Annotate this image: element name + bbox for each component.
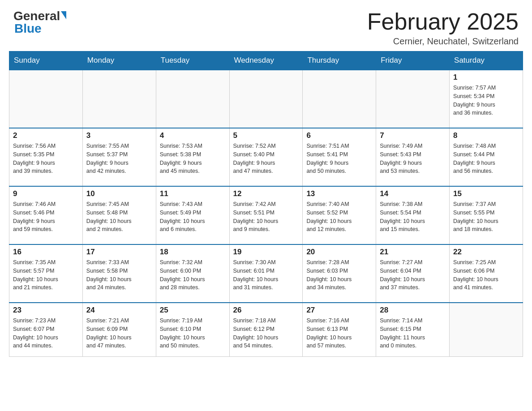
day-info: Sunrise: 7:52 AM Sunset: 5:40 PM Dayligh… <box>233 142 299 176</box>
calendar-cell: 28Sunrise: 7:14 AM Sunset: 6:15 PM Dayli… <box>376 303 450 356</box>
day-info: Sunrise: 7:46 AM Sunset: 5:46 PM Dayligh… <box>13 200 79 234</box>
calendar-cell: 10Sunrise: 7:45 AM Sunset: 5:48 PM Dayli… <box>82 186 156 244</box>
calendar-cell <box>156 70 229 128</box>
calendar-cell: 26Sunrise: 7:18 AM Sunset: 6:12 PM Dayli… <box>229 303 303 356</box>
day-info: Sunrise: 7:21 AM Sunset: 6:09 PM Dayligh… <box>86 317 152 350</box>
day-number: 26 <box>233 306 299 315</box>
day-info: Sunrise: 7:30 AM Sunset: 6:01 PM Dayligh… <box>233 258 299 292</box>
logo: General Blue <box>13 9 66 36</box>
day-number: 17 <box>86 248 152 257</box>
day-info: Sunrise: 7:42 AM Sunset: 5:51 PM Dayligh… <box>233 200 299 234</box>
calendar-cell: 12Sunrise: 7:42 AM Sunset: 5:51 PM Dayli… <box>229 186 303 244</box>
day-number: 15 <box>453 189 519 198</box>
calendar-cell <box>82 70 156 128</box>
calendar-cell: 21Sunrise: 7:27 AM Sunset: 6:04 PM Dayli… <box>376 244 450 303</box>
day-info: Sunrise: 7:56 AM Sunset: 5:35 PM Dayligh… <box>13 142 79 176</box>
day-number: 11 <box>160 189 226 198</box>
day-info: Sunrise: 7:19 AM Sunset: 6:10 PM Dayligh… <box>160 317 226 350</box>
calendar-cell <box>450 303 523 356</box>
calendar-cell <box>9 70 83 128</box>
column-header-tuesday: Tuesday <box>156 51 229 70</box>
day-number: 5 <box>233 131 299 140</box>
day-number: 4 <box>160 131 226 140</box>
calendar-cell: 19Sunrise: 7:30 AM Sunset: 6:01 PM Dayli… <box>229 244 303 303</box>
day-number: 24 <box>86 306 152 315</box>
calendar-cell: 18Sunrise: 7:32 AM Sunset: 6:00 PM Dayli… <box>156 244 229 303</box>
day-number: 13 <box>306 189 372 198</box>
calendar-cell: 4Sunrise: 7:53 AM Sunset: 5:38 PM Daylig… <box>156 128 229 186</box>
calendar-body: 1Sunrise: 7:57 AM Sunset: 5:34 PM Daylig… <box>9 70 523 356</box>
calendar-cell <box>376 70 450 128</box>
day-number: 6 <box>306 131 372 140</box>
calendar-cell: 3Sunrise: 7:55 AM Sunset: 5:37 PM Daylig… <box>82 128 156 186</box>
day-number: 10 <box>86 189 152 198</box>
day-number: 3 <box>86 131 152 140</box>
month-title: February 2025 <box>367 9 519 34</box>
header-row: SundayMondayTuesdayWednesdayThursdayFrid… <box>9 51 523 70</box>
day-number: 16 <box>13 248 79 257</box>
calendar-cell: 8Sunrise: 7:48 AM Sunset: 5:44 PM Daylig… <box>450 128 523 186</box>
day-number: 12 <box>233 189 299 198</box>
day-info: Sunrise: 7:51 AM Sunset: 5:41 PM Dayligh… <box>306 142 372 176</box>
week-row-3: 9Sunrise: 7:46 AM Sunset: 5:46 PM Daylig… <box>9 186 523 244</box>
day-info: Sunrise: 7:53 AM Sunset: 5:38 PM Dayligh… <box>160 142 226 176</box>
week-row-1: 1Sunrise: 7:57 AM Sunset: 5:34 PM Daylig… <box>9 70 523 128</box>
column-header-saturday: Saturday <box>450 51 523 70</box>
day-info: Sunrise: 7:57 AM Sunset: 5:34 PM Dayligh… <box>453 84 519 117</box>
day-number: 9 <box>13 189 79 198</box>
calendar-cell: 7Sunrise: 7:49 AM Sunset: 5:43 PM Daylig… <box>376 128 450 186</box>
day-number: 23 <box>13 306 79 315</box>
calendar-cell: 2Sunrise: 7:56 AM Sunset: 5:35 PM Daylig… <box>9 128 83 186</box>
calendar-cell: 15Sunrise: 7:37 AM Sunset: 5:55 PM Dayli… <box>450 186 523 244</box>
day-number: 1 <box>453 73 519 82</box>
day-info: Sunrise: 7:18 AM Sunset: 6:12 PM Dayligh… <box>233 317 299 350</box>
column-header-friday: Friday <box>376 51 450 70</box>
day-info: Sunrise: 7:32 AM Sunset: 6:00 PM Dayligh… <box>160 258 226 292</box>
calendar-cell: 17Sunrise: 7:33 AM Sunset: 5:58 PM Dayli… <box>82 244 156 303</box>
day-info: Sunrise: 7:43 AM Sunset: 5:49 PM Dayligh… <box>160 200 226 234</box>
day-info: Sunrise: 7:25 AM Sunset: 6:06 PM Dayligh… <box>453 258 519 292</box>
logo-blue-text: Blue <box>13 21 42 36</box>
day-info: Sunrise: 7:49 AM Sunset: 5:43 PM Dayligh… <box>380 142 446 176</box>
day-number: 7 <box>380 131 446 140</box>
calendar-header: SundayMondayTuesdayWednesdayThursdayFrid… <box>9 51 523 70</box>
calendar-cell: 24Sunrise: 7:21 AM Sunset: 6:09 PM Dayli… <box>82 303 156 356</box>
day-info: Sunrise: 7:37 AM Sunset: 5:55 PM Dayligh… <box>453 200 519 234</box>
day-number: 25 <box>160 306 226 315</box>
week-row-5: 23Sunrise: 7:23 AM Sunset: 6:07 PM Dayli… <box>9 303 523 356</box>
calendar-cell: 22Sunrise: 7:25 AM Sunset: 6:06 PM Dayli… <box>450 244 523 303</box>
day-info: Sunrise: 7:33 AM Sunset: 5:58 PM Dayligh… <box>86 258 152 292</box>
day-number: 28 <box>380 306 446 315</box>
calendar-cell: 1Sunrise: 7:57 AM Sunset: 5:34 PM Daylig… <box>450 70 523 128</box>
day-info: Sunrise: 7:45 AM Sunset: 5:48 PM Dayligh… <box>86 200 152 234</box>
day-number: 8 <box>453 131 519 140</box>
week-row-4: 16Sunrise: 7:35 AM Sunset: 5:57 PM Dayli… <box>9 244 523 303</box>
day-number: 21 <box>380 248 446 257</box>
day-info: Sunrise: 7:55 AM Sunset: 5:37 PM Dayligh… <box>86 142 152 176</box>
day-info: Sunrise: 7:27 AM Sunset: 6:04 PM Dayligh… <box>380 258 446 292</box>
calendar-cell: 14Sunrise: 7:38 AM Sunset: 5:54 PM Dayli… <box>376 186 450 244</box>
day-info: Sunrise: 7:28 AM Sunset: 6:03 PM Dayligh… <box>306 258 372 292</box>
title-area: February 2025 Cernier, Neuchatel, Switze… <box>367 9 519 47</box>
calendar-cell: 13Sunrise: 7:40 AM Sunset: 5:52 PM Dayli… <box>303 186 376 244</box>
day-info: Sunrise: 7:48 AM Sunset: 5:44 PM Dayligh… <box>453 142 519 176</box>
calendar-wrapper: SundayMondayTuesdayWednesdayThursdayFrid… <box>0 51 532 366</box>
calendar-cell <box>303 70 376 128</box>
calendar-cell: 11Sunrise: 7:43 AM Sunset: 5:49 PM Dayli… <box>156 186 229 244</box>
column-header-monday: Monday <box>82 51 156 70</box>
calendar-cell <box>229 70 303 128</box>
day-info: Sunrise: 7:40 AM Sunset: 5:52 PM Dayligh… <box>306 200 372 234</box>
calendar-cell: 6Sunrise: 7:51 AM Sunset: 5:41 PM Daylig… <box>303 128 376 186</box>
calendar-cell: 23Sunrise: 7:23 AM Sunset: 6:07 PM Dayli… <box>9 303 83 356</box>
day-info: Sunrise: 7:16 AM Sunset: 6:13 PM Dayligh… <box>306 317 372 350</box>
day-number: 20 <box>306 248 372 257</box>
day-info: Sunrise: 7:23 AM Sunset: 6:07 PM Dayligh… <box>13 317 79 350</box>
day-info: Sunrise: 7:35 AM Sunset: 5:57 PM Dayligh… <box>13 258 79 292</box>
week-row-2: 2Sunrise: 7:56 AM Sunset: 5:35 PM Daylig… <box>9 128 523 186</box>
day-number: 18 <box>160 248 226 257</box>
day-number: 27 <box>306 306 372 315</box>
calendar-cell: 5Sunrise: 7:52 AM Sunset: 5:40 PM Daylig… <box>229 128 303 186</box>
column-header-thursday: Thursday <box>303 51 376 70</box>
calendar-cell: 25Sunrise: 7:19 AM Sunset: 6:10 PM Dayli… <box>156 303 229 356</box>
calendar-cell: 16Sunrise: 7:35 AM Sunset: 5:57 PM Dayli… <box>9 244 83 303</box>
